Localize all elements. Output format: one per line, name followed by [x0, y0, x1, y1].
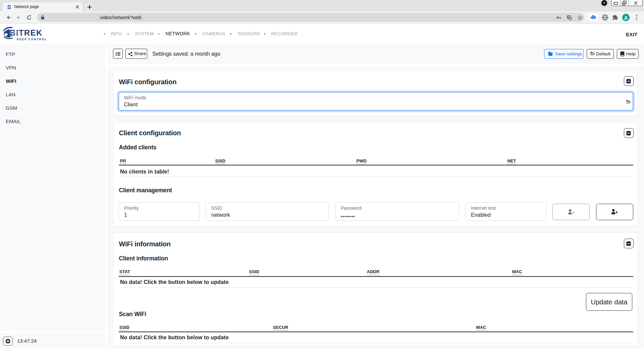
svg-text:KEEP CONTROL: KEEP CONTROL [17, 38, 47, 41]
svg-text:B: B [7, 4, 11, 10]
svg-text:Д: Д [624, 15, 627, 20]
svg-text:A: A [570, 17, 572, 20]
svg-text:BITREK: BITREK [10, 28, 43, 37]
